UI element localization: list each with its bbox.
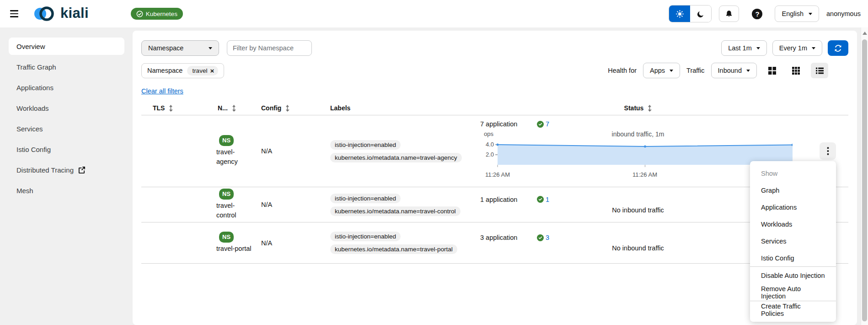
label-chip: istio-injection=enabled <box>330 232 401 241</box>
namespace-name-cell: NS travel-agency <box>213 135 254 167</box>
column-header-label: TLS <box>153 104 165 112</box>
sort-icon[interactable] <box>169 105 173 112</box>
light-theme-button[interactable] <box>669 5 690 22</box>
sort-icon[interactable] <box>648 105 652 112</box>
nav-toggle-hamburger-icon[interactable] <box>10 10 18 17</box>
namespace-filter-input[interactable] <box>227 40 312 56</box>
app-count-label: 3 application <box>480 234 537 241</box>
remove-filter-icon[interactable]: × <box>210 67 214 74</box>
sidebar-item-workloads[interactable]: Workloads <box>9 99 124 117</box>
sort-icon[interactable] <box>232 105 236 112</box>
column-header-tls[interactable]: TLS <box>141 104 213 112</box>
duration-dropdown[interactable]: Last 1m <box>721 40 767 56</box>
chart-title: inbound traffic, 1m <box>480 130 796 138</box>
sort-icon[interactable] <box>285 105 289 112</box>
active-filter-chip-group: Namespace travel × <box>141 63 224 78</box>
vertical-scrollbar[interactable] <box>861 27 868 325</box>
sidebar-item-label: Applications <box>16 84 54 92</box>
filter-type-dropdown[interactable]: Namespace <box>141 40 219 56</box>
health-check-icon <box>537 196 544 203</box>
inbound-traffic-sparkline[interactable]: opsinbound traffic, 1m4.02.011:26 AM11:2… <box>480 129 796 180</box>
external-link-icon <box>78 167 85 173</box>
menu-item-create-traffic-policies[interactable]: Create Traffic Policies <box>750 301 836 318</box>
refresh-interval-value: Every 1m <box>779 44 807 52</box>
help-icon[interactable]: ? <box>752 9 762 19</box>
sync-icon <box>834 44 842 52</box>
x-axis-tick-label: 11:26 AM <box>485 171 510 178</box>
traffic-direction-dropdown[interactable]: Inbound <box>711 63 757 78</box>
namespace-name[interactable]: travel-control <box>216 201 253 221</box>
namespace-row-travel-control: NS travel-control N/A istio-injection=en… <box>141 187 848 222</box>
column-header-labels[interactable]: Labels <box>329 104 480 112</box>
sidebar-item-applications[interactable]: Applications <box>9 79 124 96</box>
active-filter-category: Namespace <box>147 67 182 74</box>
menu-item-remove-auto-injection[interactable]: Remove Auto Injection <box>750 284 836 301</box>
labels-cell: istio-injection=enabledkubernetes.io/met… <box>329 232 480 254</box>
language-value: English <box>782 10 804 17</box>
list-icon <box>816 67 824 75</box>
sidebar-item-traffic-graph[interactable]: Traffic Graph <box>9 58 124 76</box>
cluster-badge-label: Kubernetes <box>146 11 177 17</box>
config-status: N/A <box>254 239 329 247</box>
namespace-name[interactable]: travel-agency <box>216 147 253 168</box>
health-status: 1 <box>537 196 549 203</box>
scrollbar-thumb[interactable] <box>862 39 867 321</box>
check-circle-icon <box>136 11 143 17</box>
health-for-dropdown[interactable]: Apps <box>643 63 680 78</box>
kiali-logo: kiali <box>32 5 89 23</box>
dark-theme-button[interactable] <box>690 5 711 22</box>
menu-item-disable-auto-injection[interactable]: Disable Auto Injection <box>750 267 836 284</box>
menu-item-show: Show <box>750 165 836 182</box>
sidebar-item-overview[interactable]: Overview <box>9 38 124 55</box>
label-chip: istio-injection=enabled <box>330 140 401 150</box>
namespace-badge: NS <box>219 135 234 146</box>
moon-icon <box>697 11 704 17</box>
refresh-interval-dropdown[interactable]: Every 1m <box>772 40 822 56</box>
column-header-label: Labels <box>330 104 350 112</box>
list-view-button[interactable] <box>811 63 828 78</box>
column-header-label: N... <box>218 104 228 112</box>
menu-item-graph[interactable]: Graph <box>750 182 836 199</box>
brand-name: kiali <box>60 5 89 22</box>
sidebar-item-services[interactable]: Services <box>9 120 124 137</box>
overview-card: Namespace Last 1m Every 1m <box>133 31 857 325</box>
sidebar: Overview Traffic Graph Applications Work… <box>0 27 128 325</box>
filter-chip-value: travel <box>192 67 207 74</box>
sidebar-item-distributed-tracing[interactable]: Distributed Tracing <box>9 161 124 179</box>
chevron-down-icon <box>670 70 673 72</box>
language-dropdown[interactable]: English <box>775 5 819 22</box>
sun-icon <box>676 10 684 18</box>
namespace-badge: NS <box>219 232 234 243</box>
filter-controls: Namespace <box>141 40 312 56</box>
menu-item-istio-config[interactable]: Istio Config <box>750 249 836 266</box>
scrollbar-up-arrow-icon[interactable] <box>863 32 867 35</box>
expand-view-button[interactable] <box>787 63 804 78</box>
notifications-button[interactable] <box>719 5 739 22</box>
sidebar-item-label: Traffic Graph <box>16 63 56 71</box>
menu-item-services[interactable]: Services <box>750 233 836 249</box>
column-header-status[interactable]: Status <box>480 104 848 112</box>
menu-item-applications[interactable]: Applications <box>750 199 836 216</box>
filter-type-value: Namespace <box>148 44 183 52</box>
healthy-count-link[interactable]: 7 <box>546 120 549 128</box>
sidebar-item-mesh[interactable]: Mesh <box>9 182 124 199</box>
compact-view-button[interactable] <box>763 63 781 78</box>
health-check-icon <box>537 121 544 128</box>
menu-item-workloads[interactable]: Workloads <box>750 216 836 233</box>
label-chip: istio-injection=enabled <box>330 194 401 203</box>
column-header-n[interactable]: N... <box>213 104 254 112</box>
sidebar-item-label: Mesh <box>16 187 33 195</box>
namespace-name[interactable]: travel-portal <box>216 244 253 254</box>
sidebar-item-label: Services <box>16 125 43 133</box>
healthy-count-link[interactable]: 1 <box>546 196 549 203</box>
sidebar-item-istio-config[interactable]: Istio Config <box>9 141 124 158</box>
status-text: No inbound traffic <box>480 244 796 252</box>
chevron-down-icon <box>756 47 760 49</box>
clear-all-filters-link[interactable]: Clear all filters <box>141 87 183 95</box>
kebab-menu-button[interactable] <box>820 142 836 160</box>
refresh-button[interactable] <box>828 40 848 56</box>
table-header-row: TLS N... Config Labels Status <box>141 104 848 115</box>
column-header-config[interactable]: Config <box>254 104 329 112</box>
healthy-count-link[interactable]: 3 <box>546 234 549 241</box>
page-body: Overview Traffic Graph Applications Work… <box>0 27 868 325</box>
